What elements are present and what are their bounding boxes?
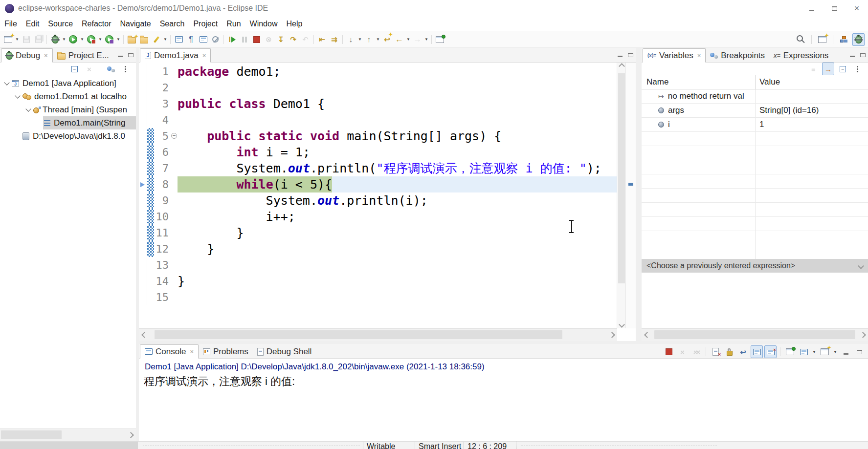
scroll-right-button[interactable] <box>857 333 868 337</box>
code-line-7[interactable]: 7 System.out.println("程序调试演示，注意观察 i 的值: … <box>139 160 617 176</box>
debug-perspective-button[interactable] <box>852 33 865 46</box>
code-line-1[interactable]: 1package demo1; <box>139 64 617 80</box>
previous-annotation-button-dropdown[interactable]: ▼ <box>375 33 381 46</box>
scroll-right-button[interactable] <box>125 433 136 437</box>
disconnect-button[interactable]: ⊗ <box>263 33 275 46</box>
profile-button[interactable] <box>103 33 115 46</box>
tree-item-thread-main-suspen[interactable]: Thread [main] (Suspen <box>0 103 136 116</box>
step-over-button[interactable]: ↷ <box>287 33 299 46</box>
back-button[interactable]: ← <box>393 33 405 46</box>
code-text[interactable]: public class Demo1 { <box>178 96 617 112</box>
code-text[interactable]: } <box>178 241 617 257</box>
code-editor[interactable]: 1package demo1;23public class Demo1 {45−… <box>139 63 617 328</box>
variables-tab-expressions[interactable]: x=Expressions <box>769 49 833 62</box>
step-return-button[interactable]: ↶ <box>299 33 312 46</box>
code-text[interactable]: } <box>178 225 617 241</box>
show-logical-structures-button[interactable]: → <box>822 63 834 75</box>
variables-tab-variables[interactable]: (x)=Variables× <box>643 48 706 63</box>
variable-row-args[interactable]: argsString[0] (id=16) <box>642 104 868 118</box>
open-console-button-dropdown[interactable]: ▼ <box>832 345 838 358</box>
terminate-console-button[interactable] <box>663 345 675 358</box>
overview-current-line-marker[interactable] <box>628 183 633 186</box>
word-wrap-button[interactable]: ↩ <box>737 345 749 358</box>
variables-tab-breakpoints[interactable]: Breakpoints <box>706 49 769 62</box>
debug-button-dropdown[interactable]: ▼ <box>61 33 67 46</box>
column-header-value[interactable]: Value <box>756 75 868 89</box>
scroll-lock-button[interactable] <box>723 345 735 358</box>
collapse-all-button[interactable]: − <box>68 63 81 75</box>
scrollbar-thumb[interactable] <box>1 430 62 439</box>
toggle-mark-occurrences-button[interactable] <box>150 33 162 46</box>
code-line-9[interactable]: 9 System.out.println(i); <box>139 192 617 209</box>
new-wizard-button-dropdown[interactable]: ▼ <box>14 33 20 46</box>
remove-launch-button[interactable]: × <box>676 345 689 358</box>
minimize-view-button[interactable] <box>118 50 123 59</box>
menu-navigate[interactable]: Navigate <box>116 20 156 28</box>
debug-horizontal-scrollbar[interactable] <box>0 428 136 441</box>
expression-input[interactable]: <Choose a previously entered expression> <box>642 259 868 273</box>
code-text[interactable] <box>178 289 617 305</box>
toggle-mark-occurrences-button-dropdown[interactable]: ▼ <box>162 33 168 46</box>
forward-button[interactable]: → <box>411 33 423 46</box>
scroll-up-button[interactable] <box>617 64 626 68</box>
scroll-right-button[interactable] <box>606 333 617 337</box>
new-java-project-button[interactable]: ✦ <box>126 33 138 46</box>
coverage-button[interactable] <box>85 33 97 46</box>
close-icon[interactable]: × <box>190 348 194 355</box>
maximize-view-button[interactable] <box>860 50 866 59</box>
previous-annotation-button[interactable]: ↑ <box>363 33 375 46</box>
editor-vertical-scrollbar[interactable] <box>617 63 626 328</box>
debug-button[interactable] <box>49 33 61 46</box>
maximize-view-button[interactable] <box>128 50 134 59</box>
close-icon[interactable]: × <box>202 52 206 59</box>
display-console-button-dropdown[interactable]: ▼ <box>811 345 817 358</box>
code-line-15[interactable]: 15 <box>139 289 617 305</box>
tree-item-demo1-main-string[interactable]: Demo1.main(String <box>0 116 136 129</box>
open-perspective-button[interactable]: ✦ <box>816 33 828 46</box>
scrollbar-thumb[interactable] <box>155 330 562 339</box>
console-tab-debug-shell[interactable]: Debug Shell <box>253 345 316 358</box>
fold-collapse-icon[interactable]: − <box>171 128 178 144</box>
view-menu-button[interactable] <box>851 63 864 75</box>
code-text[interactable]: System.out.println("程序调试演示，注意观察 i 的值: ")… <box>178 160 617 176</box>
run-button-dropdown[interactable]: ▼ <box>79 33 85 46</box>
menu-refactor[interactable]: Refactor <box>77 20 115 28</box>
next-annotation-button[interactable]: ↓ <box>345 33 357 46</box>
code-line-4[interactable]: 4 <box>139 112 617 128</box>
chevron-expanded-icon[interactable] <box>14 94 22 99</box>
code-line-14[interactable]: 14} <box>139 273 617 289</box>
remove-terminated-button[interactable]: × <box>83 63 95 75</box>
code-text[interactable]: System.out.println(i); <box>178 192 617 209</box>
debug-tab-project-e[interactable]: Project E... <box>53 49 113 62</box>
code-text[interactable] <box>178 257 617 273</box>
show-stdout-button[interactable] <box>751 345 763 358</box>
code-line-11[interactable]: 11 } <box>139 225 617 241</box>
skip-all-breakpoints-button[interactable] <box>209 33 222 46</box>
open-element-button[interactable] <box>138 33 150 46</box>
minimize-view-button[interactable] <box>618 50 623 59</box>
forward-button-dropdown[interactable]: ▼ <box>423 33 429 46</box>
code-text[interactable] <box>178 112 617 128</box>
chevron-expanded-icon[interactable] <box>3 81 11 86</box>
code-text[interactable]: while(i < 5){ <box>178 176 617 192</box>
new-wizard-button[interactable]: ✦ <box>2 33 14 46</box>
show-whitespace-button[interactable]: ¶ <box>185 33 197 46</box>
minimize-view-button[interactable] <box>840 345 852 358</box>
code-line-2[interactable]: 2 <box>139 80 617 96</box>
resume-button[interactable] <box>226 33 238 46</box>
code-line-3[interactable]: 3public class Demo1 { <box>139 96 617 112</box>
code-text[interactable]: int i = 1; <box>178 144 617 160</box>
drop-to-frame-button[interactable]: ⇤ <box>316 33 328 46</box>
next-annotation-button-dropdown[interactable]: ▼ <box>357 33 363 46</box>
tree-item-demo1-java-application[interactable]: JDemo1 [Java Application] <box>0 77 136 90</box>
editor-tab-demo1-java[interactable]: JDemo1.java× <box>140 48 211 63</box>
open-view-button[interactable] <box>173 33 185 46</box>
java-perspective-button[interactable] <box>838 33 850 46</box>
menu-search[interactable]: Search <box>156 20 189 28</box>
maximize-view-button[interactable] <box>628 50 633 59</box>
code-line-5[interactable]: 5− public static void main(String[] args… <box>139 128 617 144</box>
tree-item-demo1-demo1-at-localho[interactable]: demo1.Demo1 at localho <box>0 90 136 103</box>
menu-project[interactable]: Project <box>189 20 222 28</box>
code-line-6[interactable]: 6 int i = 1; <box>139 144 617 160</box>
code-text[interactable]: i++; <box>178 209 617 225</box>
